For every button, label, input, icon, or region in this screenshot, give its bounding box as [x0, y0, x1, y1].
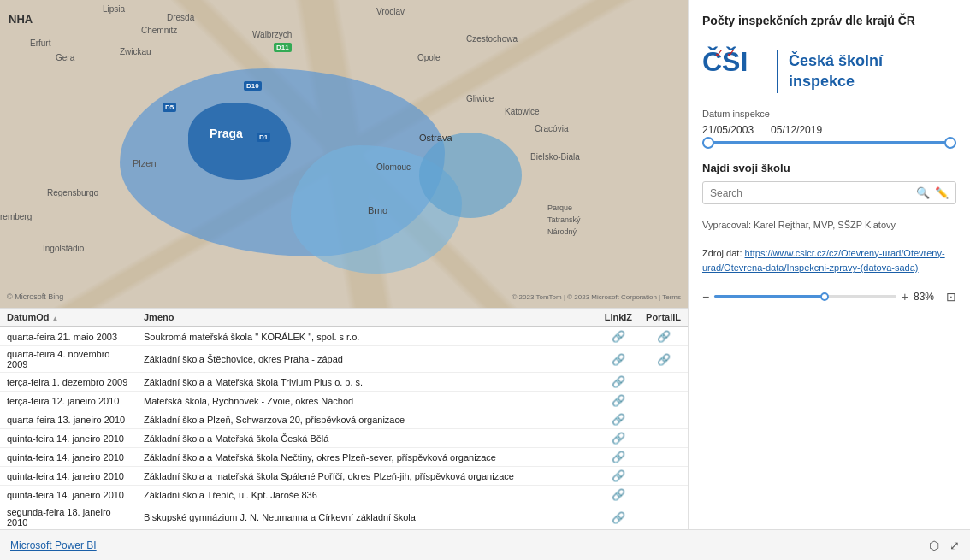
link-icon[interactable]: 🔗 — [612, 330, 625, 343]
table-row: quarta-feira 21. maio 2003Soukromá mateř… — [0, 327, 688, 346]
search-box: 🔍 ✏️ — [702, 181, 956, 204]
map-label-vroclav: Vroclav — [376, 7, 405, 16]
search-input[interactable] — [710, 187, 911, 199]
zoom-percent: 83% — [914, 291, 941, 303]
cell-linkiz[interactable]: 🔗 — [598, 373, 639, 392]
cell-linkiz[interactable]: 🔗 — [598, 504, 639, 530]
link-icon[interactable]: 🔗 — [612, 469, 625, 482]
link-icon[interactable]: 🔗 — [612, 353, 625, 366]
slider-thumb-right[interactable] — [944, 137, 956, 149]
link-icon[interactable]: 🔗 — [612, 413, 625, 426]
pencil-icon[interactable]: ✏️ — [935, 186, 949, 199]
cell-linkiz[interactable]: 🔗 — [598, 410, 639, 429]
map-label-tatransky: Tatranský — [547, 215, 581, 224]
zoom-thumb[interactable] — [820, 292, 829, 301]
cell-portal[interactable] — [639, 392, 688, 410]
map-label-plzen: Plzen — [133, 158, 157, 168]
cell-name: Základní škola Štěchovice, okres Praha -… — [137, 346, 598, 373]
cell-portal[interactable] — [639, 410, 688, 429]
map-label-dresda: Dresda — [167, 13, 194, 22]
portal-icon[interactable]: 🔗 — [657, 330, 671, 343]
search-label: Najdi svoji školu — [702, 162, 956, 174]
cell-linkiz[interactable]: 🔗 — [598, 448, 639, 467]
cell-linkiz[interactable]: 🔗 — [598, 467, 639, 486]
link-icon[interactable]: 🔗 — [612, 511, 625, 524]
cell-linkiz[interactable]: 🔗 — [598, 486, 639, 504]
bottom-bar: Microsoft Power BI ⬡ ⤢ — [0, 529, 970, 560]
share-icon[interactable]: ⬡ — [929, 539, 939, 552]
link-icon[interactable]: 🔗 — [612, 394, 625, 407]
link-icon[interactable]: 🔗 — [612, 375, 625, 388]
zoom-fit-button[interactable]: ⊡ — [946, 290, 956, 304]
credit-text: Vypracoval: Karel Rejthar, MVP, SŠZP Kla… — [702, 218, 956, 233]
map-background: NHA Lipsia Dresda Chemnitz Erfurt Gera Z… — [0, 0, 688, 308]
cell-portal[interactable] — [639, 467, 688, 486]
cell-portal[interactable] — [639, 486, 688, 504]
map-label-nha: NHA — [9, 13, 33, 26]
source-text: Zdroj dat: https://www.csicr.cz/cz/Otevr… — [702, 246, 956, 276]
col-header-portalil[interactable]: PortalIL — [639, 309, 688, 327]
col-header-date[interactable]: DatumOd ▲ — [0, 309, 137, 327]
search-icon: 🔍 — [916, 186, 930, 199]
logo-name: Česká školní inspekce — [789, 51, 883, 91]
cell-linkiz[interactable]: 🔗 — [598, 429, 639, 448]
cell-date: segunda-feira 18. janeiro 2010 — [0, 504, 137, 530]
map-label-parque: Parque — [547, 203, 572, 212]
main-content: NHA Lipsia Dresda Chemnitz Erfurt Gera Z… — [0, 0, 970, 529]
portal-icon[interactable]: 🔗 — [657, 353, 671, 366]
col-header-linkiz[interactable]: LinkIZ — [598, 309, 639, 327]
slider-thumb-left[interactable] — [702, 137, 714, 149]
map-label-opole: Opole — [417, 53, 441, 62]
table-row: terça-feira 12. janeiro 2010Mateřská ško… — [0, 392, 688, 410]
date-start: 21/05/2003 — [702, 124, 754, 136]
region-prague[interactable] — [188, 103, 291, 180]
cell-date: quarta-feira 13. janeiro 2010 — [0, 410, 137, 429]
zoom-bar: − + 83% ⊡ — [702, 290, 956, 304]
logo-area: ČŠI ✓✓ Česká školní inspekce — [702, 48, 956, 95]
table-row: quarta-feira 4. novembro 2009Základní šk… — [0, 346, 688, 373]
cell-date: quarta-feira 4. novembro 2009 — [0, 346, 137, 373]
map-label-olomouc: Olomouc — [376, 162, 411, 172]
cell-linkiz[interactable]: 🔗 — [598, 346, 639, 373]
cell-portal[interactable] — [639, 504, 688, 530]
cell-name: Soukromá mateřská škola " KORÁLEK ", spo… — [137, 327, 598, 346]
table-area[interactable]: DatumOd ▲ Jmeno LinkIZ PortalIL quarta-f… — [0, 308, 688, 529]
table-row: quarta-feira 13. janeiro 2010Základní šk… — [0, 410, 688, 429]
map-label-ingolstadio: Ingolstádio — [43, 244, 84, 253]
map-label-praga: Praga — [210, 127, 243, 140]
cell-linkiz[interactable]: 🔗 — [598, 392, 639, 410]
cell-name: Základní škola Třebíč, ul. Kpt. Jaroše 8… — [137, 486, 598, 504]
expand-icon[interactable]: ⤢ — [949, 539, 960, 552]
map-label-zwickau: Zwickau — [120, 47, 151, 56]
region-east[interactable] — [419, 133, 522, 218]
col-header-name[interactable]: Jmeno — [137, 309, 598, 327]
cell-date: quinta-feira 14. janeiro 2010 — [0, 467, 137, 486]
cell-date: quinta-feira 14. janeiro 2010 — [0, 448, 137, 467]
link-icon[interactable]: 🔗 — [612, 451, 625, 463]
powerbi-link[interactable]: Microsoft Power BI — [10, 539, 97, 551]
cell-portal[interactable] — [639, 429, 688, 448]
cell-date: quinta-feira 14. janeiro 2010 — [0, 429, 137, 448]
cell-date: quarta-feira 21. maio 2003 — [0, 327, 137, 346]
csi-logo: ČŠI ✓✓ — [702, 48, 766, 95]
date-label: Datum inspekce — [702, 109, 956, 119]
cell-portal[interactable]: 🔗 — [639, 346, 688, 373]
zoom-plus-button[interactable]: + — [902, 290, 908, 304]
highway-badge-d10: D10 — [244, 81, 262, 91]
cell-portal[interactable] — [639, 448, 688, 467]
bottom-icons: ⬡ ⤢ — [929, 539, 960, 552]
right-panel: Počty inspekčních zpráv dle krajů ČR ČŠI… — [688, 0, 970, 529]
date-slider-track[interactable] — [702, 141, 956, 144]
table-row: terça-feira 1. dezembro 2009Základní ško… — [0, 373, 688, 392]
csi-check-icon: ✓✓ — [714, 46, 738, 60]
cell-portal[interactable] — [639, 373, 688, 392]
zoom-minus-button[interactable]: − — [702, 290, 709, 304]
link-icon[interactable]: 🔗 — [612, 432, 625, 445]
link-icon[interactable]: 🔗 — [612, 488, 625, 501]
zoom-slider[interactable] — [714, 295, 896, 298]
logo-divider — [777, 50, 778, 93]
cell-portal[interactable]: 🔗 — [639, 327, 688, 346]
highway-badge: D11 — [274, 43, 292, 52]
cell-linkiz[interactable]: 🔗 — [598, 327, 639, 346]
table-row: segunda-feira 18. janeiro 2010Biskupské … — [0, 504, 688, 530]
